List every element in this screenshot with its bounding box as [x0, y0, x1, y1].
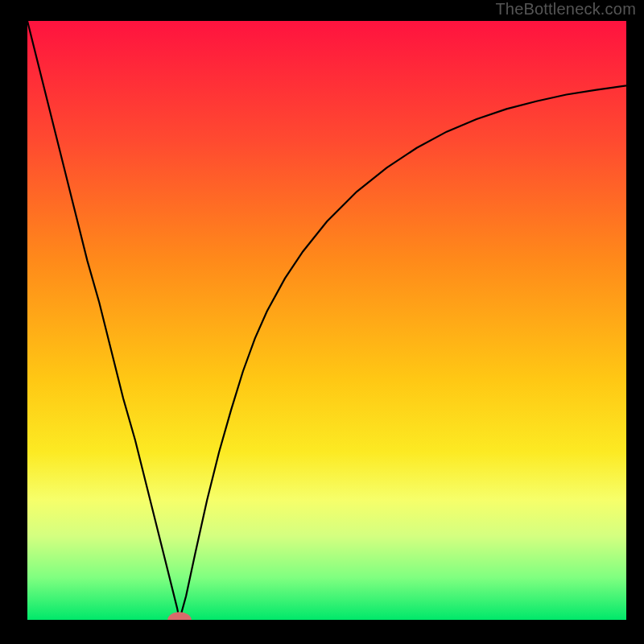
- watermark-text: TheBottleneck.com: [495, 0, 636, 19]
- chart-plot-area: [27, 21, 626, 620]
- chart-svg: [27, 21, 626, 620]
- gradient-background: [27, 21, 626, 620]
- chart-frame: TheBottleneck.com: [0, 0, 644, 644]
